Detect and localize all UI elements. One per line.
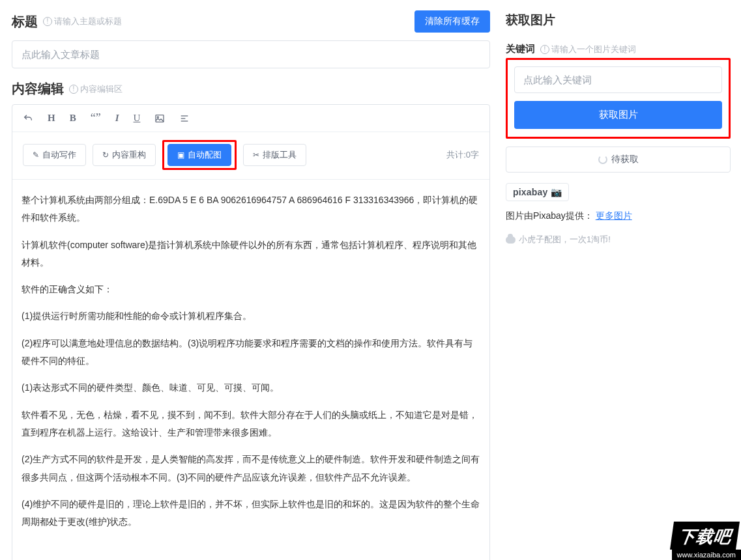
content-paragraph: 计算机软件(computer software)是指计算机系统中除硬件以外的所有… <box>22 236 480 272</box>
clear-cache-button[interactable]: 清除所有缓存 <box>414 10 490 33</box>
content-paragraph: (2)程序可以满意地处理信息的数据结构。(3)说明程序功能要求和程序需要的文档的… <box>22 335 480 371</box>
more-images-link[interactable]: 更多图片 <box>596 210 632 221</box>
cloud-icon <box>506 236 516 244</box>
keyword-header: 关键词 ! 请输入一个图片关键词 <box>506 43 731 55</box>
content-label: 内容编辑 <box>12 80 64 98</box>
rebuild-button[interactable]: ↻内容重构 <box>93 144 156 166</box>
keyword-input[interactable] <box>514 66 722 93</box>
info-icon: ! <box>43 17 52 26</box>
info-icon: ! <box>540 45 549 54</box>
watermark: 下载吧 www.xiazaiba.com <box>672 522 741 560</box>
sidebar-title: 获取图片 <box>506 12 731 29</box>
image-icon[interactable] <box>154 113 165 124</box>
taobi-line: 小虎子配图，一次1淘币! <box>506 234 731 245</box>
content-section-header: 内容编辑 ! 内容编辑区 <box>12 80 490 98</box>
camera-icon: 📷 <box>551 187 562 197</box>
keyword-hint: ! 请输入一个图片关键词 <box>540 44 636 55</box>
image-small-icon: ▣ <box>177 150 184 160</box>
word-count: 共计:0字 <box>446 149 479 161</box>
auto-write-button[interactable]: ✎自动写作 <box>23 144 86 166</box>
align-icon[interactable] <box>179 113 190 124</box>
fetch-status: 待获取 <box>506 147 731 173</box>
editor-box: H B “” I U ✎自动写作 ↻内容重构 ▣自动配图 ✂排版工具 共计:0字 <box>12 104 490 560</box>
content-paragraph: 软件看不见，无色，枯燥，看不见，摸不到，闻不到。软件大部分存在于人们的头脑或纸上… <box>22 406 480 442</box>
content-hint: ! 内容编辑区 <box>69 83 123 95</box>
underline-icon[interactable]: U <box>134 113 141 124</box>
tool-icon: ✂ <box>253 150 259 160</box>
title-hint: ! 请输入主题或标题 <box>43 16 122 27</box>
watermark-text: 下载吧 <box>669 522 739 550</box>
svg-point-1 <box>158 117 159 118</box>
spinner-icon <box>598 155 607 164</box>
provider-line: 图片由Pixabay提供： 更多图片 <box>506 210 731 222</box>
auto-image-button[interactable]: ▣自动配图 <box>167 144 231 166</box>
watermark-url: www.xiazaiba.com <box>672 550 741 560</box>
content-paragraph: (4)维护不同的硬件是旧的，理论上软件是旧的，并不坏，但实际上软件也是旧的和坏的… <box>22 496 480 531</box>
italic-icon[interactable]: I <box>115 113 119 124</box>
quote-icon[interactable]: “” <box>91 111 101 125</box>
heading-icon[interactable]: H <box>48 113 55 124</box>
info-icon: ! <box>69 85 78 94</box>
format-toolbar: H B “” I U <box>12 105 489 132</box>
refresh-icon: ↻ <box>102 150 109 160</box>
content-paragraph: 软件的正确含义如下： <box>22 281 480 298</box>
highlight-keyword-box: 获取图片 <box>506 58 731 139</box>
editor-content[interactable]: 整个计算机系统由两部分组成：E.69DA 5 E 6 BA 9062616964… <box>12 180 489 560</box>
layout-tool-button[interactable]: ✂排版工具 <box>243 144 306 166</box>
highlight-auto-image: ▣自动配图 <box>162 140 237 170</box>
undo-icon[interactable] <box>23 113 33 124</box>
content-paragraph: (1)提供运行时所需功能和性能的命令或计算机程序集合。 <box>22 307 480 325</box>
keyword-label: 关键词 <box>506 43 535 55</box>
bold-icon[interactable]: B <box>70 113 76 124</box>
pencil-icon: ✎ <box>33 150 39 160</box>
title-section-header: 标题 ! 请输入主题或标题 清除所有缓存 <box>12 10 490 33</box>
content-paragraph: 整个计算机系统由两部分组成：E.69DA 5 E 6 BA 9062616964… <box>22 191 480 227</box>
title-label: 标题 <box>12 13 38 31</box>
content-paragraph: (2)生产方式不同的软件是开发，是人类智能的高发挥，而不是传统意义上的硬件制造。… <box>22 451 480 486</box>
fetch-image-button[interactable]: 获取图片 <box>514 101 722 129</box>
title-input[interactable] <box>12 40 490 68</box>
content-paragraph: (1)表达形式不同的硬件类型、颜色、味道、可见、可摸、可闻。 <box>22 379 480 397</box>
pixabay-tag[interactable]: pixabay 📷 <box>506 183 569 201</box>
action-toolbar: ✎自动写作 ↻内容重构 ▣自动配图 ✂排版工具 共计:0字 <box>12 132 489 180</box>
